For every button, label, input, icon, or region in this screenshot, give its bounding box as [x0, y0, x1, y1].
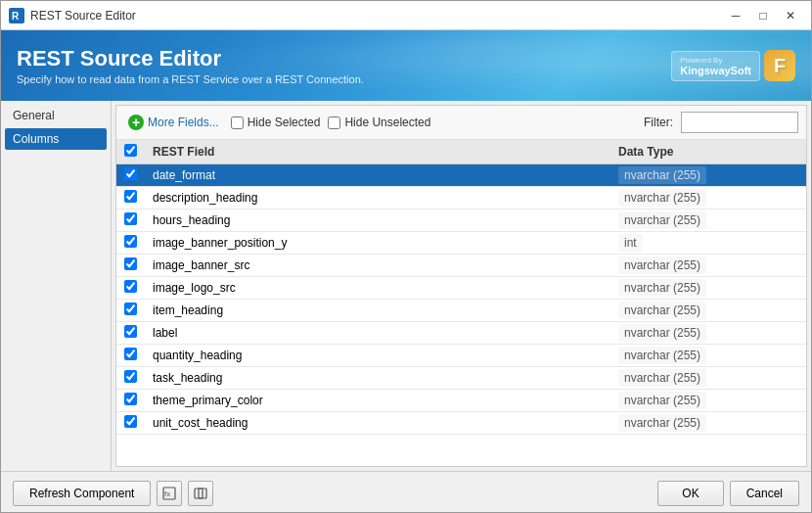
- sidebar-item-general[interactable]: General: [5, 105, 107, 126]
- filter-label: Filter:: [644, 116, 673, 129]
- data-type-cell: nvarchar (255): [610, 412, 806, 435]
- row-check-cell[interactable]: [116, 210, 145, 232]
- hide-unselected-label[interactable]: Hide Unselected: [328, 116, 430, 129]
- data-type-cell: nvarchar (255): [610, 345, 806, 367]
- app-icon: R: [9, 8, 24, 23]
- table-row[interactable]: date_formatnvarchar (255): [116, 164, 806, 187]
- hide-selected-checkbox[interactable]: [231, 117, 244, 129]
- table-row[interactable]: item_headingnvarchar (255): [116, 300, 806, 322]
- field-name-cell: item_heading: [145, 300, 610, 322]
- table-row[interactable]: labelnvarchar (255): [116, 322, 806, 345]
- data-type-cell: nvarchar (255): [610, 187, 806, 210]
- table-row[interactable]: image_banner_position_yint: [116, 232, 806, 255]
- table-row[interactable]: quantity_headingnvarchar (255): [116, 345, 806, 367]
- row-check-cell[interactable]: [116, 345, 145, 367]
- header-banner: REST Source Editor Specify how to read d…: [1, 30, 811, 101]
- data-type-cell: nvarchar (255): [610, 255, 806, 277]
- table-row[interactable]: unit_cost_headingnvarchar (255): [116, 412, 806, 435]
- data-type-cell: nvarchar (255): [610, 367, 806, 390]
- icon-button-1[interactable]: fx: [157, 481, 182, 506]
- data-type-cell: int: [610, 232, 806, 255]
- field-name-cell: image_banner_src: [145, 255, 610, 277]
- row-checkbox[interactable]: [124, 235, 137, 248]
- field-name-cell: label: [145, 322, 610, 345]
- hide-unselected-checkbox[interactable]: [328, 117, 340, 129]
- col-data-type: Data Type: [610, 140, 806, 164]
- data-type-cell: nvarchar (255): [610, 300, 806, 322]
- f-badge: F: [764, 50, 795, 81]
- refresh-component-button[interactable]: Refresh Component: [13, 481, 151, 506]
- filter-input[interactable]: [681, 112, 798, 133]
- field-name-cell: quantity_heading: [145, 345, 610, 367]
- col-rest-field: REST Field: [145, 140, 610, 164]
- field-name-cell: theme_primary_color: [145, 390, 610, 412]
- field-name-cell: image_logo_src: [145, 277, 610, 300]
- minimize-button[interactable]: ─: [723, 5, 748, 26]
- table-header-row: REST Field Data Type: [116, 140, 806, 164]
- row-checkbox[interactable]: [124, 303, 137, 315]
- svg-text:R: R: [12, 11, 20, 22]
- row-check-cell[interactable]: [116, 255, 145, 277]
- header-title: REST Source Editor: [17, 46, 671, 71]
- toolbar: + More Fields... Hide Selected Hide Unse…: [116, 106, 806, 140]
- table-row[interactable]: hours_headingnvarchar (255): [116, 210, 806, 232]
- field-name-cell: image_banner_position_y: [145, 232, 610, 255]
- sidebar: General Columns: [1, 101, 112, 471]
- header-text: REST Source Editor Specify how to read d…: [17, 46, 671, 85]
- right-panel: + More Fields... Hide Selected Hide Unse…: [115, 105, 807, 467]
- cancel-button[interactable]: Cancel: [730, 481, 799, 506]
- field-name-cell: description_heading: [145, 187, 610, 210]
- row-check-cell[interactable]: [116, 164, 145, 187]
- row-check-cell[interactable]: [116, 412, 145, 435]
- kingsway-logo: Powered By KingswaySoft: [671, 51, 760, 81]
- more-fields-button[interactable]: + More Fields...: [124, 113, 223, 132]
- data-type-cell: nvarchar (255): [610, 322, 806, 345]
- close-button[interactable]: ✕: [778, 5, 803, 26]
- field-name-cell: date_format: [145, 164, 610, 187]
- row-checkbox[interactable]: [124, 325, 137, 338]
- table-row[interactable]: description_headingnvarchar (255): [116, 187, 806, 210]
- row-checkbox[interactable]: [124, 370, 137, 383]
- header-subtitle: Specify how to read data from a REST Ser…: [17, 73, 671, 85]
- row-checkbox[interactable]: [124, 280, 137, 293]
- row-checkbox[interactable]: [124, 190, 137, 203]
- data-type-cell: nvarchar (255): [610, 210, 806, 232]
- row-check-cell[interactable]: [116, 390, 145, 412]
- row-checkbox[interactable]: [124, 257, 137, 270]
- row-check-cell[interactable]: [116, 367, 145, 390]
- data-type-cell: nvarchar (255): [610, 390, 806, 412]
- title-bar: R REST Source Editor ─ □ ✕: [1, 1, 811, 30]
- select-all-checkbox[interactable]: [124, 144, 137, 157]
- field-name-cell: hours_heading: [145, 210, 610, 232]
- logo-name: KingswaySoft: [680, 65, 751, 76]
- maximize-button[interactable]: □: [750, 5, 776, 26]
- footer: Refresh Component fx OK Cancel: [1, 471, 811, 513]
- row-checkbox[interactable]: [124, 167, 137, 180]
- row-check-cell[interactable]: [116, 187, 145, 210]
- table-row[interactable]: theme_primary_colornvarchar (255): [116, 390, 806, 412]
- row-check-cell[interactable]: [116, 322, 145, 345]
- table-row[interactable]: task_headingnvarchar (255): [116, 367, 806, 390]
- row-checkbox[interactable]: [124, 393, 137, 405]
- icon-button-2[interactable]: [188, 481, 213, 506]
- row-checkbox[interactable]: [124, 348, 137, 360]
- row-check-cell[interactable]: [116, 277, 145, 300]
- svg-text:fx: fx: [164, 490, 170, 498]
- table-row[interactable]: image_banner_srcnvarchar (255): [116, 255, 806, 277]
- hide-selected-label[interactable]: Hide Selected: [231, 116, 321, 129]
- header-logo: Powered By KingswaySoft F: [671, 50, 795, 81]
- data-type-cell: nvarchar (255): [610, 277, 806, 300]
- row-checkbox[interactable]: [124, 212, 137, 225]
- table-container[interactable]: REST Field Data Type date_formatnvarchar…: [116, 140, 806, 466]
- row-check-cell[interactable]: [116, 300, 145, 322]
- ok-button[interactable]: OK: [657, 481, 723, 506]
- powered-by-text: Powered By: [680, 56, 751, 65]
- row-check-cell[interactable]: [116, 232, 145, 255]
- table-row[interactable]: image_logo_srcnvarchar (255): [116, 277, 806, 300]
- table-body: date_formatnvarchar (255)description_hea…: [116, 164, 806, 435]
- fields-table: REST Field Data Type date_formatnvarchar…: [116, 140, 806, 435]
- sidebar-item-columns[interactable]: Columns: [5, 128, 107, 150]
- window-controls: ─ □ ✕: [723, 5, 803, 26]
- row-checkbox[interactable]: [124, 415, 137, 428]
- field-name-cell: unit_cost_heading: [145, 412, 610, 435]
